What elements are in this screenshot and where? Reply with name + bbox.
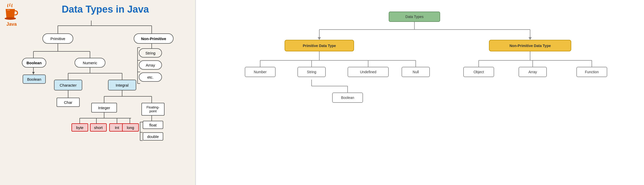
float-bracket-svg (139, 119, 144, 143)
etc-node: etc. (139, 72, 162, 82)
bracket-svg (136, 46, 141, 85)
string-node: String (139, 48, 162, 58)
char-node: Char (57, 98, 80, 107)
integer-node: Integer (91, 103, 117, 113)
short-node: short (90, 123, 107, 132)
svg-marker-45 (318, 37, 321, 40)
byte-node: byte (71, 123, 88, 132)
character-node: Character (54, 80, 82, 90)
java-logo: Java (3, 3, 21, 21)
right-data-types-node: Data Types (389, 12, 440, 22)
right-tree: Data Types Primitive Data Type Non-Primi… (222, 10, 633, 175)
right-boolean-node: Boolean (332, 92, 363, 103)
svg-marker-48 (529, 37, 532, 40)
right-array-node: Array (519, 67, 547, 77)
floating-node: Floating- point (141, 103, 165, 116)
right-panel: Data Types Primitive Data Type Non-Primi… (196, 0, 644, 185)
boolean-label-node: Boolean (22, 58, 46, 68)
right-number-node: Number (245, 67, 276, 77)
non-primitive-node: Non-Primitive (134, 33, 174, 44)
page-title: Data Types in Java (18, 4, 193, 15)
long-node: long (122, 123, 139, 132)
left-panel: Java Data Types in Java (0, 0, 195, 185)
right-null-node: Null (402, 67, 430, 77)
left-tree: Primitive Non-Primitive String Array etc… (15, 21, 193, 180)
integral-node: Integral (108, 80, 136, 90)
right-primitive-node: Primitive Data Type (285, 40, 354, 51)
right-string-node: String (297, 67, 326, 77)
numeric-node: Numeric (75, 58, 105, 68)
right-non-primitive-node: Non-Primitive Data Type (489, 40, 571, 51)
left-tree-lines (15, 21, 193, 180)
double-node: double (143, 132, 163, 141)
right-function-node: Function (576, 67, 607, 77)
svg-marker-12 (32, 72, 35, 75)
right-tree-lines (222, 10, 633, 175)
boolean-value-node: Boolean (23, 75, 46, 84)
primitive-node: Primitive (42, 33, 73, 44)
float-node: float (143, 121, 163, 129)
svg-point-0 (5, 17, 16, 20)
array-node: Array (139, 60, 162, 70)
right-undefined-node: Undefined (348, 67, 389, 77)
right-object-node: Object (463, 67, 494, 77)
